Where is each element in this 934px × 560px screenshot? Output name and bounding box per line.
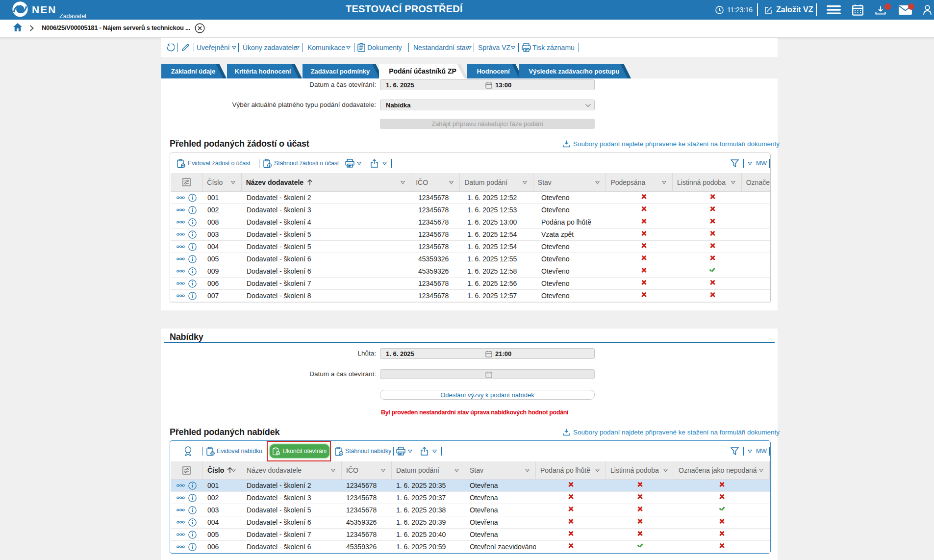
svg-text:Kritéria hodnocení: Kritéria hodnocení: [235, 68, 291, 75]
svg-text:Hodnocení: Hodnocení: [477, 68, 510, 75]
svg-text:Zadávací podmínky: Zadávací podmínky: [311, 68, 370, 75]
svg-text:Podání účastníků ZP: Podání účastníků ZP: [389, 67, 456, 75]
svg-text:Základní údaje: Základní údaje: [171, 68, 215, 75]
svg-text:Výsledek zadávacího postupu: Výsledek zadávacího postupu: [529, 68, 620, 75]
